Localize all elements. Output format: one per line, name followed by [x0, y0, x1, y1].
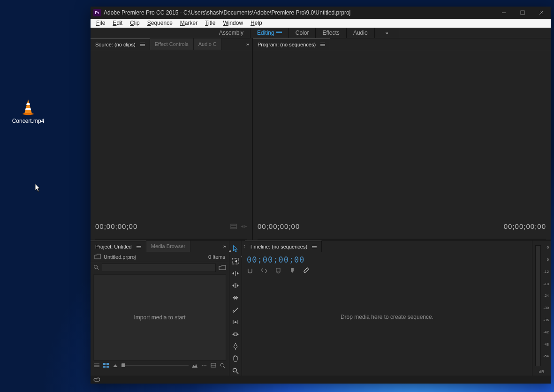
- source-timecode[interactable]: 00;00;00;00: [95, 222, 137, 230]
- meter-tick: -12: [534, 270, 549, 274]
- project-panel-tabs: Project: Untitled Media Browser »: [91, 241, 229, 252]
- svg-point-31: [205, 365, 206, 366]
- panel-menu-icon[interactable]: [319, 43, 325, 46]
- menu-title[interactable]: Title: [201, 19, 219, 27]
- timeline-toolbar: [247, 267, 527, 274]
- zoom-small-icon: [112, 362, 119, 368]
- program-timecode-left[interactable]: 00;00;00;00: [258, 222, 300, 230]
- project-item-count: 0 Items: [208, 254, 225, 260]
- menu-file[interactable]: File: [92, 19, 109, 27]
- tabs-overflow-icon[interactable]: »: [220, 243, 229, 249]
- svg-point-20: [94, 265, 98, 269]
- workspace-assembly[interactable]: Assembly: [212, 28, 250, 38]
- window-title: Adobe Premiere Pro CC 2015 - C:\Users\sh…: [104, 9, 494, 16]
- tool-rate-stretch-icon[interactable]: [231, 293, 240, 302]
- find-icon[interactable]: [220, 362, 226, 368]
- timeline-timecode[interactable]: 00;00;00;00: [247, 255, 527, 264]
- menu-clip[interactable]: Clip: [126, 19, 144, 27]
- svg-rect-28: [106, 366, 109, 368]
- tab-program[interactable]: Program: (no sequences): [253, 38, 330, 50]
- meter-tick: -6: [534, 257, 549, 262]
- tool-zoom-icon[interactable]: [231, 366, 240, 376]
- tool-pen-icon[interactable]: [231, 342, 240, 351]
- source-scrubber[interactable]: [95, 239, 247, 240]
- program-scrubber[interactable]: [258, 239, 546, 240]
- close-button[interactable]: [532, 7, 551, 19]
- menu-marker[interactable]: Marker: [176, 19, 201, 27]
- premiere-window: Pr Adobe Premiere Pro CC 2015 - C:\Users…: [91, 7, 551, 384]
- meter-tick: -48: [534, 342, 549, 347]
- maximize-button[interactable]: [513, 7, 532, 19]
- source-panel: Source: (no clips) Effect Controls Audio…: [91, 38, 253, 240]
- thumbnail-size-slider[interactable]: [121, 363, 189, 367]
- svg-rect-47: [276, 268, 280, 272]
- tool-ripple-edit-icon[interactable]: [231, 269, 240, 278]
- menu-sequence[interactable]: Sequence: [144, 19, 176, 27]
- meter-tick: -30: [534, 306, 549, 310]
- tab-source[interactable]: Source: (no clips): [91, 38, 150, 50]
- svg-rect-26: [106, 363, 109, 365]
- tool-rolling-edit-icon[interactable]: [231, 281, 240, 290]
- list-view-icon[interactable]: [93, 362, 100, 368]
- new-bin-icon[interactable]: [219, 264, 226, 272]
- minimize-button[interactable]: [494, 7, 513, 19]
- settings-icon[interactable]: [303, 267, 310, 274]
- bin-icon: [94, 254, 101, 260]
- tool-slip-icon[interactable]: [231, 317, 240, 327]
- trim-icon[interactable]: [241, 224, 247, 229]
- tab-timeline[interactable]: Timeline: (no sequences): [245, 241, 322, 252]
- svg-line-21: [97, 268, 99, 270]
- meter-tick: -18: [534, 282, 549, 286]
- menu-help[interactable]: Help: [247, 19, 266, 27]
- creative-cloud-icon[interactable]: [93, 377, 100, 383]
- linked-selection-icon[interactable]: [261, 267, 267, 274]
- tool-slide-icon[interactable]: [231, 330, 240, 339]
- audio-meters-panel[interactable]: 0 -6 -12 -18 -24 -30 -36 -42 -48 -54 dB: [532, 241, 551, 376]
- search-icon[interactable]: [93, 264, 99, 272]
- clip-icon[interactable]: [230, 224, 237, 229]
- tab-media-browser[interactable]: Media Browser: [146, 241, 190, 252]
- app-icon: Pr: [93, 9, 101, 16]
- source-panel-tabs: Source: (no clips) Effect Controls Audio…: [91, 38, 252, 50]
- menubar: FileEditClipSequenceMarkerTitleWindowHel…: [91, 19, 551, 28]
- svg-rect-2: [521, 11, 524, 15]
- program-panel: Program: (no sequences) 00;00;00;00 00;0…: [253, 38, 551, 240]
- desktop-file-concert[interactable]: Concert.mp4: [9, 98, 47, 124]
- workspace-overflow[interactable]: »: [375, 28, 399, 38]
- titlebar[interactable]: Pr Adobe Premiere Pro CC 2015 - C:\Users…: [91, 7, 551, 19]
- panel-menu-icon[interactable]: [310, 245, 317, 248]
- panel-menu-icon[interactable]: [135, 245, 141, 248]
- menu-edit[interactable]: Edit: [109, 19, 126, 27]
- project-bin-area[interactable]: Import media to start: [93, 274, 226, 361]
- svg-rect-5: [231, 224, 236, 229]
- meter-tick: -54: [534, 354, 549, 358]
- panel-menu-icon[interactable]: [138, 43, 145, 46]
- tab-effect-controls[interactable]: Effect Controls: [150, 38, 194, 50]
- tool-hand-icon[interactable]: [231, 354, 240, 363]
- workspace-color[interactable]: Color: [289, 28, 316, 38]
- workspace-effects[interactable]: Effects: [316, 28, 346, 38]
- snap-icon[interactable]: [247, 267, 253, 274]
- icon-view-icon[interactable]: [103, 362, 109, 368]
- tab-audio-clip-mixer[interactable]: Audio C: [194, 38, 222, 50]
- marker-icon[interactable]: [289, 267, 296, 274]
- project-search-input[interactable]: [102, 264, 216, 272]
- tabs-overflow-icon[interactable]: »: [243, 41, 252, 47]
- tool-razor-icon[interactable]: [231, 305, 240, 315]
- add-marker-icon[interactable]: [275, 267, 281, 274]
- program-timecode-right[interactable]: 00;00;00;00: [504, 222, 546, 230]
- meter-unit: dB: [532, 369, 551, 374]
- project-empty-hint: Import media to start: [134, 314, 185, 321]
- workspace-editing[interactable]: Editing: [250, 28, 288, 38]
- tab-project[interactable]: Project: Untitled: [91, 241, 146, 252]
- program-panel-tabs: Program: (no sequences): [253, 38, 551, 50]
- zoom-large-icon: [191, 362, 198, 368]
- automate-icon[interactable]: [210, 362, 217, 368]
- vlc-icon: [20, 98, 37, 115]
- timeline-drop-hint: Drop media here to create sequence.: [242, 314, 532, 320]
- sort-icon[interactable]: [201, 362, 207, 368]
- svg-rect-25: [103, 363, 106, 365]
- workspace-audio[interactable]: Audio: [347, 28, 374, 38]
- workspace-menu-icon[interactable]: [276, 31, 282, 34]
- menu-window[interactable]: Window: [219, 19, 247, 27]
